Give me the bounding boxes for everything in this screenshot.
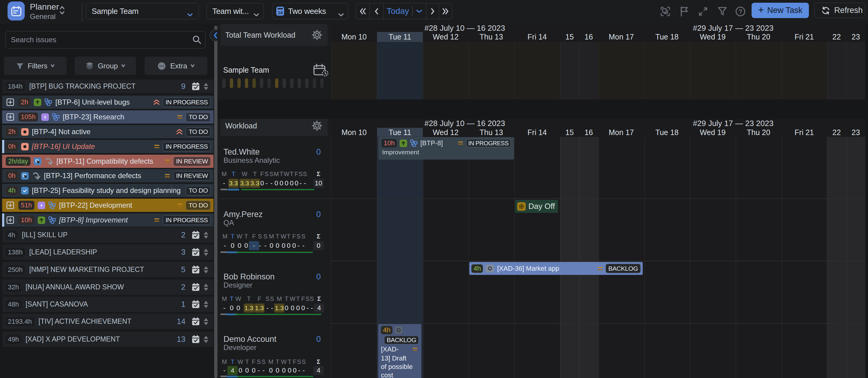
svg-text:?: ? [739, 8, 742, 15]
svg-text:14: 14 [278, 10, 283, 15]
